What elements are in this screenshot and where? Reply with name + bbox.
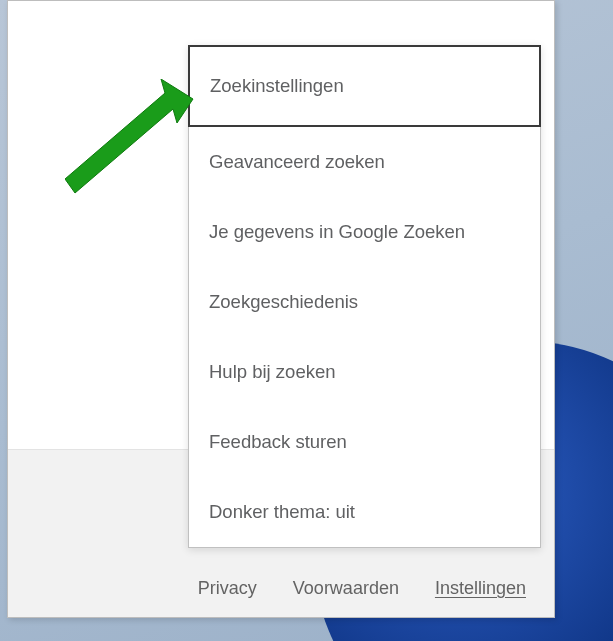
menu-item-search-settings[interactable]: Zoekinstellingen — [188, 45, 541, 127]
menu-item-advanced-search[interactable]: Geavanceerd zoeken — [189, 127, 540, 197]
settings-dropdown: Zoekinstellingen Geavanceerd zoeken Je g… — [188, 45, 541, 548]
footer-settings-link[interactable]: Instellingen — [435, 578, 526, 599]
menu-item-dark-theme[interactable]: Donker thema: uit — [189, 477, 540, 547]
footer-privacy-link[interactable]: Privacy — [198, 578, 257, 599]
footer-links: Privacy Voorwaarden Instellingen — [8, 578, 554, 599]
annotation-arrow-icon — [65, 79, 205, 209]
svg-marker-0 — [65, 79, 193, 193]
menu-item-search-help[interactable]: Hulp bij zoeken — [189, 337, 540, 407]
menu-item-send-feedback[interactable]: Feedback sturen — [189, 407, 540, 477]
browser-window: Privacy Voorwaarden Instellingen Zoekins… — [7, 0, 555, 618]
menu-item-search-history[interactable]: Zoekgeschiedenis — [189, 267, 540, 337]
footer-terms-link[interactable]: Voorwaarden — [293, 578, 399, 599]
menu-item-your-data[interactable]: Je gegevens in Google Zoeken — [189, 197, 540, 267]
